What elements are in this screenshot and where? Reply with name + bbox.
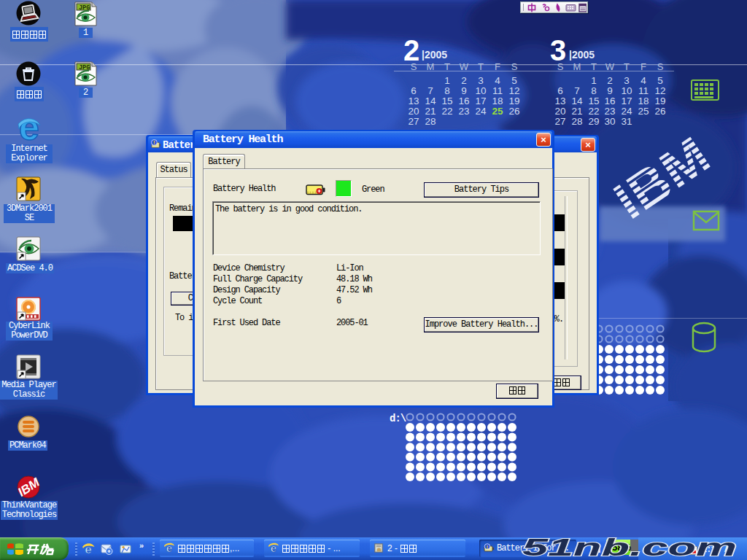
svg-text:e: e [19, 107, 39, 148]
svg-text:T: T [478, 61, 484, 72]
svg-text:!: ! [153, 140, 155, 145]
svg-text:15: 15 [441, 96, 452, 106]
svg-text:»: » [139, 542, 144, 550]
svg-text:1: 1 [444, 75, 450, 86]
svg-text:23: 23 [458, 106, 469, 117]
svg-text:W: W [460, 61, 469, 72]
svg-text:22: 22 [441, 106, 452, 117]
svg-text:S: S [557, 61, 564, 72]
svg-text:M: M [427, 61, 435, 72]
svg-text:3: 3 [624, 75, 630, 86]
svg-text:20: 20 [554, 106, 565, 117]
svg-text:6: 6 [411, 85, 417, 96]
svg-text:12: 12 [508, 85, 519, 96]
svg-text:21: 21 [571, 106, 582, 117]
svg-text:7: 7 [427, 85, 433, 96]
svg-text:3: 3 [478, 75, 484, 86]
svg-text:11: 11 [638, 85, 649, 96]
svg-text:S: S [657, 61, 664, 72]
svg-text:12: 12 [654, 85, 665, 96]
svg-text:4: 4 [640, 75, 646, 86]
svg-text:17: 17 [475, 96, 486, 106]
svg-text:10: 10 [475, 85, 486, 96]
svg-text:19: 19 [654, 96, 665, 106]
svg-text:28: 28 [425, 116, 436, 127]
svg-text:F: F [640, 61, 646, 72]
svg-text:51nb.com: 51nb.com [522, 534, 737, 560]
svg-text:13: 13 [554, 96, 565, 106]
svg-text:10: 10 [621, 85, 632, 96]
svg-text:11: 11 [492, 85, 503, 96]
svg-text:16: 16 [458, 96, 469, 106]
svg-text:8: 8 [444, 85, 450, 96]
svg-text:W: W [605, 61, 615, 72]
svg-text:15: 15 [588, 96, 599, 106]
svg-text:1: 1 [591, 75, 597, 86]
svg-text:T: T [624, 61, 630, 72]
svg-text:17: 17 [621, 96, 632, 106]
svg-text:18: 18 [638, 96, 649, 106]
svg-text:7: 7 [574, 85, 580, 96]
svg-text:2: 2 [461, 75, 467, 86]
svg-text:9: 9 [607, 85, 613, 96]
svg-text:13: 13 [408, 96, 419, 106]
svg-text:21: 21 [425, 106, 436, 117]
svg-text:|2005: |2005 [569, 49, 595, 61]
svg-text:31: 31 [621, 116, 632, 127]
svg-text:24: 24 [475, 106, 487, 117]
svg-text:19: 19 [508, 96, 519, 106]
svg-text:14: 14 [425, 96, 436, 106]
svg-text:25: 25 [638, 106, 649, 117]
svg-text:5: 5 [657, 75, 663, 86]
svg-text:27: 27 [408, 116, 419, 127]
svg-text:26: 26 [654, 106, 665, 117]
svg-text:14: 14 [571, 96, 583, 106]
svg-text:24: 24 [621, 106, 632, 117]
svg-text:T: T [591, 61, 597, 72]
svg-text:|2005: |2005 [422, 49, 447, 61]
svg-text:25: 25 [492, 106, 503, 117]
svg-text:27: 27 [554, 116, 565, 127]
svg-text:F: F [495, 61, 500, 72]
svg-text:22: 22 [588, 106, 599, 117]
svg-text:28: 28 [571, 116, 582, 127]
svg-text:T: T [444, 61, 450, 72]
svg-text:M: M [573, 61, 581, 72]
svg-text:9: 9 [461, 85, 467, 96]
svg-text:4: 4 [495, 75, 500, 86]
svg-text:2: 2 [607, 75, 613, 86]
svg-text:6: 6 [557, 85, 563, 96]
svg-text:d:\: d:\ [390, 413, 406, 424]
svg-text:30: 30 [604, 116, 615, 127]
svg-text:!: ! [487, 545, 488, 550]
svg-text:26: 26 [508, 106, 519, 117]
svg-text:20: 20 [408, 106, 419, 117]
svg-text:18: 18 [492, 96, 503, 106]
svg-text:S: S [511, 61, 518, 72]
svg-text:5: 5 [511, 75, 517, 86]
svg-text:29: 29 [588, 116, 599, 127]
svg-text:23: 23 [604, 106, 615, 117]
svg-text:S: S [411, 61, 417, 72]
svg-text:8: 8 [591, 85, 597, 96]
svg-text:16: 16 [604, 96, 615, 106]
